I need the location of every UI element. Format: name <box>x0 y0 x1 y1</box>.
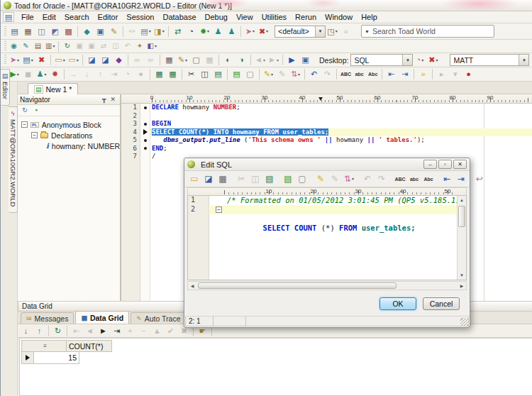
timer-icon[interactable]: ◔ <box>185 26 197 38</box>
collapse-icon[interactable]: − <box>21 121 28 128</box>
tab-messages[interactable]: ✉ Messages <box>21 312 74 324</box>
compile-icon[interactable]: ◆ <box>113 54 125 66</box>
post-changes-icon[interactable]: ↓ <box>20 325 32 337</box>
chevron-down-icon[interactable]: ▼ <box>402 55 412 65</box>
schema-browser-icon[interactable]: ▦ <box>22 26 34 38</box>
collapse-icon[interactable]: − <box>31 132 38 138</box>
dropdown-arrow-icon[interactable]: ▾ <box>77 58 79 62</box>
chevron-down-icon[interactable]: ▼ <box>362 29 372 34</box>
vcs-diff-icon[interactable]: ⇄ <box>98 41 109 51</box>
dropdown-arrow-icon[interactable]: ▾ <box>149 29 151 33</box>
compile-dependents-icon[interactable]: ▦ <box>153 68 165 80</box>
dropdown-arrow-icon[interactable]: ▾ <box>17 58 19 62</box>
dlg-highlight-off-icon[interactable]: ✎ <box>328 172 341 185</box>
refresh-grid-icon[interactable]: ↻ <box>52 325 64 337</box>
scroll-up-icon[interactable]: ▲ <box>458 196 466 204</box>
dlg-initcaps-icon[interactable]: Abc <box>422 172 435 185</box>
dropdown-arrow-icon[interactable]: ▾ <box>277 58 279 62</box>
dlg-save-icon[interactable]: ◪ <box>202 172 215 185</box>
code-insight-icon[interactable]: ✎ <box>108 26 120 38</box>
syntax-highlight-icon[interactable]: ✎▾ <box>262 68 275 80</box>
app-designer-icon[interactable]: ◨▾ <box>153 26 165 38</box>
named-sql-combo[interactable]: <default> ▼ <box>275 26 326 38</box>
schema-combo[interactable]: MATT ▼ <box>450 54 529 66</box>
pin-icon[interactable]: ┳ <box>100 96 108 103</box>
resize-grip[interactable] <box>460 318 468 326</box>
dlg-print-icon[interactable]: ▦ <box>216 172 229 185</box>
session-browser-icon[interactable]: ◫ <box>35 26 48 38</box>
step-into-icon[interactable]: ↓ <box>81 68 93 80</box>
new-connection-icon[interactable]: ➤▾ <box>244 26 256 38</box>
object-palette-icon[interactable]: ✏ <box>126 26 138 38</box>
team-history-icon[interactable]: ▥▾ <box>45 41 55 51</box>
execution-marker-column[interactable] <box>140 104 150 301</box>
dlg-unindent-icon[interactable]: ⇤ <box>440 172 453 185</box>
run-to-cursor-icon[interactable]: ⇥ <box>108 68 120 80</box>
unindent-icon[interactable]: ⇤ <box>385 68 397 80</box>
horizontal-scrollbar[interactable]: ◀ ▶ <box>187 281 467 290</box>
dropdown-arrow-icon[interactable]: ▾ <box>253 29 255 33</box>
dropdown-arrow-icon[interactable]: ▾ <box>31 58 33 62</box>
document-tab-new1[interactable]: ▤ New 1 * <box>28 83 78 94</box>
revert-desktop-icon[interactable]: ✖▾ <box>427 54 439 66</box>
database-monitor-icon[interactable]: ◩ <box>49 26 61 38</box>
revert-changes-icon[interactable]: ↑ <box>33 325 45 337</box>
grid-cell-value[interactable]: 15 <box>34 352 79 364</box>
data-grid-area[interactable]: ≡ COUNT(*) 15 <box>19 338 532 396</box>
uppercase-icon[interactable]: ABC <box>340 68 352 80</box>
last-record-icon[interactable]: ⇥ <box>111 325 123 337</box>
step-over-icon[interactable]: → <box>67 68 79 80</box>
scroll-left-icon[interactable]: ◀ <box>188 283 196 288</box>
minimize-icon[interactable]: – <box>423 160 437 169</box>
menu-item-edit[interactable]: Edit <box>38 12 60 22</box>
indent-icon[interactable]: ⇥ <box>399 68 411 80</box>
vcs-revert-icon[interactable]: ↶ <box>122 41 133 51</box>
spool-sql-icon[interactable]: ✎▾ <box>177 54 189 66</box>
dropdown-arrow-icon[interactable]: ▾ <box>52 44 55 48</box>
dropdown-arrow-icon[interactable]: ▾ <box>352 177 354 181</box>
dropdown-arrow-icon[interactable]: ▾ <box>298 72 300 77</box>
menu-item-help[interactable]: Help <box>357 12 382 22</box>
describe-objects-icon[interactable]: ◆ <box>81 26 93 38</box>
editor-side-tab[interactable]: ▤ Editor <box>1 69 10 106</box>
edit-record-icon[interactable]: ▲ <box>151 325 163 337</box>
dlg-new-icon[interactable]: ▢ <box>296 172 309 185</box>
project-manager-icon[interactable]: ▣ <box>94 26 106 38</box>
grid-row-selector[interactable] <box>21 352 34 364</box>
to-script-icon[interactable]: ◑ <box>235 54 248 66</box>
search-toad-world-box[interactable]: ▼ Search Toad World <box>361 25 494 38</box>
delete-record-icon[interactable]: − <box>138 325 150 337</box>
menu-item-database[interactable]: Database <box>158 12 200 22</box>
save-as-icon[interactable]: ◪ <box>99 54 111 66</box>
grid-column-header[interactable]: COUNT(*) <box>67 340 112 352</box>
breakpoint-icon[interactable]: ● <box>135 68 147 80</box>
fold-collapse-icon[interactable]: − <box>216 207 222 213</box>
team-key-icon[interactable]: ✦ <box>134 41 145 51</box>
tab-auto-trace[interactable]: ✎ Auto Trace <box>131 312 186 324</box>
dropdown-arrow-icon[interactable]: ▾ <box>63 58 65 62</box>
tree-item-declarations[interactable]: − Declarations <box>28 130 120 141</box>
cascade-windows-icon[interactable]: » <box>340 26 352 38</box>
vertical-scrollbar[interactable]: ▲ ▼ <box>457 196 466 280</box>
debug-toggle-icon[interactable]: ✸ <box>49 68 61 80</box>
post-edit-icon[interactable]: ✔ <box>165 325 177 337</box>
link-object-icon[interactable]: ∞ <box>131 54 143 66</box>
dlg-cut-icon[interactable]: ✂ <box>235 172 248 185</box>
team-checkin-icon[interactable]: ◉ <box>9 41 19 51</box>
save-desktop-icon[interactable]: ◔▾ <box>414 54 426 66</box>
dlg-uppercase-icon[interactable]: ABC <box>394 172 406 185</box>
dlg-highlight-icon[interactable]: ✎ <box>314 172 327 185</box>
toolbar-grip[interactable] <box>4 41 6 52</box>
menu-item-view[interactable]: View <box>232 12 257 22</box>
dropdown-arrow-icon[interactable]: ▾ <box>266 29 268 33</box>
first-record-icon[interactable]: ⇤ <box>70 325 82 337</box>
scrollbar-thumb[interactable] <box>198 282 397 289</box>
dlg-indent-icon[interactable]: ⇥ <box>455 172 467 185</box>
prior-record-icon[interactable]: ◄ <box>84 325 96 337</box>
initcaps-icon[interactable]: Abc <box>367 68 379 80</box>
chevron-down-icon[interactable]: ▼ <box>519 55 528 65</box>
close-icon[interactable]: ✕ <box>108 96 118 103</box>
unlink-object-icon[interactable]: ∞ <box>145 54 157 66</box>
compile-references-icon[interactable]: ▦ <box>167 68 179 80</box>
tree-item-howmany[interactable]: i howmany: NUMBER <box>39 141 120 151</box>
